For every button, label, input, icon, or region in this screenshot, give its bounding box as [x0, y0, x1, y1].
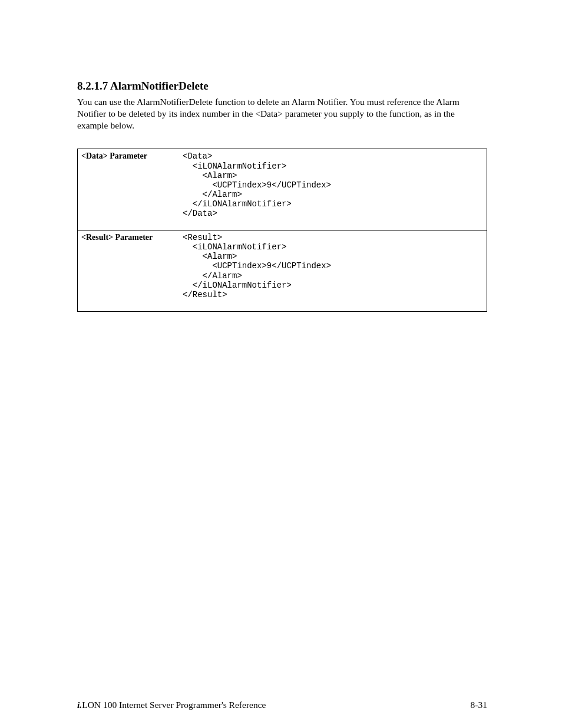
page-number: 8-31	[471, 700, 487, 710]
footer-title: i.LON 100 Internet Server Programmer's R…	[77, 700, 266, 710]
footer-prefix: i.	[77, 700, 82, 710]
result-parameter-code: <Result> <iLONAlarmNotifier> <Alarm> <UC…	[179, 230, 487, 312]
parameter-table: <Data> Parameter <Data> <iLONAlarmNotifi…	[77, 149, 487, 311]
result-parameter-label: <Result> Parameter	[78, 230, 180, 312]
page-footer: i.LON 100 Internet Server Programmer's R…	[77, 700, 487, 710]
table-row: <Result> Parameter <Result> <iLONAlarmNo…	[78, 230, 487, 312]
document-page: 8.2.1.7 AlarmNotifierDelete You can use …	[0, 0, 562, 728]
section-heading: 8.2.1.7 AlarmNotifierDelete	[77, 80, 487, 93]
footer-doc-title: LON 100 Internet Server Programmer's Ref…	[82, 700, 266, 710]
data-parameter-label: <Data> Parameter	[78, 149, 180, 230]
table-row: <Data> Parameter <Data> <iLONAlarmNotifi…	[78, 149, 487, 230]
data-parameter-code: <Data> <iLONAlarmNotifier> <Alarm> <UCPT…	[179, 149, 487, 230]
intro-paragraph: You can use the AlarmNotifierDelete func…	[77, 96, 487, 131]
